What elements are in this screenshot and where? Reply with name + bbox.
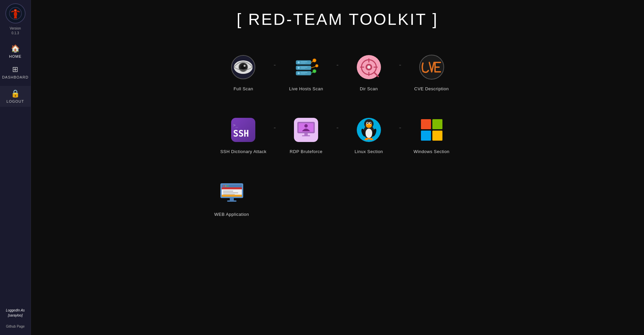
svg-rect-76 (222, 187, 242, 189)
sidebar: Version 0.1.3 🏠 HOME ⊞ Dashboard 🔒 LOGOU… (0, 0, 31, 335)
logged-in-section: LoggedIn As [sarayloo] (4, 304, 27, 321)
web-app-icon-wrapper (217, 178, 247, 208)
linux-icon-wrapper (354, 115, 384, 145)
sep-2: - (333, 61, 342, 69)
svg-point-24 (315, 64, 318, 67)
live-hosts-scan-icon-wrapper (291, 52, 321, 82)
svg-point-49 (304, 124, 308, 128)
svg-rect-78 (223, 191, 233, 192)
full-scan-icon (230, 54, 257, 81)
svg-point-25 (313, 69, 316, 73)
sep-4: - (270, 124, 279, 132)
dir-scan-icon (355, 54, 382, 81)
svg-text:>_: >_ (233, 123, 238, 128)
page-title: [ RED-TEAM TOOLKIT ] (237, 10, 438, 29)
home-label: HOME (9, 54, 22, 58)
ssh-icon-wrapper: >_ SSH (228, 115, 258, 145)
dashboard-icon: ⊞ (12, 65, 18, 74)
full-scan-icon-wrapper (228, 52, 258, 82)
svg-point-54 (366, 129, 372, 138)
live-hosts-scan-label: Live Hosts Scan (289, 86, 323, 91)
svg-rect-67 (432, 119, 442, 129)
version-text: Version 0.1.3 (10, 26, 21, 36)
windows-section-label: Windows Section (414, 149, 449, 154)
tools-grid: Full Scan - (186, 49, 489, 220)
tool-full-scan[interactable]: Full Scan (216, 49, 270, 95)
main-content: [ RED-TEAM TOOLKIT ] (31, 0, 644, 335)
tools-row-1: Full Scan - (186, 49, 489, 95)
dir-scan-icon-wrapper (354, 52, 384, 82)
logged-in-as-label: LoggedIn As (6, 308, 25, 312)
tool-web-application[interactable]: WEB Application (205, 174, 259, 220)
svg-point-60 (370, 123, 371, 124)
cve-description-icon (418, 54, 445, 81)
web-app-icon (218, 179, 245, 206)
tool-live-hosts-scan[interactable]: Live Hosts Scan (279, 49, 333, 95)
svg-point-10 (244, 65, 246, 67)
rdp-icon-wrapper (291, 115, 321, 145)
logo-icon (9, 7, 22, 20)
svg-rect-79 (223, 192, 238, 193)
svg-point-20 (298, 61, 300, 63)
home-icon: 🏠 (11, 44, 20, 53)
svg-rect-72 (222, 185, 242, 187)
username-label: [sarayloo] (8, 314, 23, 317)
nav-dashboard[interactable]: ⊞ Dashboard (0, 62, 31, 83)
tools-row-3: WEB Application (186, 174, 489, 220)
svg-point-38 (367, 65, 371, 69)
cve-description-icon-wrapper (417, 52, 447, 82)
sep-5: - (333, 124, 342, 132)
svg-rect-50 (304, 133, 308, 135)
svg-rect-66 (421, 119, 431, 129)
ssh-icon: >_ SSH (230, 116, 257, 143)
svg-rect-17 (301, 67, 307, 67)
web-application-label: WEB Application (214, 212, 249, 217)
tool-rdp-bruteforce[interactable]: RDP Bruteforce (279, 111, 333, 157)
full-scan-label: Full Scan (233, 86, 253, 91)
svg-rect-69 (432, 131, 442, 141)
rdp-icon (293, 116, 319, 143)
linux-icon (355, 116, 382, 143)
tool-cve-description[interactable]: CVE Description (405, 49, 459, 95)
svg-line-27 (311, 66, 316, 68)
svg-rect-13 (301, 72, 307, 73)
rdp-bruteforce-label: RDP Bruteforce (290, 149, 323, 154)
svg-rect-22 (301, 63, 305, 63)
svg-rect-81 (230, 198, 234, 200)
github-label: Github Page (6, 325, 25, 328)
svg-rect-51 (302, 135, 310, 136)
logo (5, 3, 26, 23)
svg-point-73 (223, 185, 224, 187)
svg-text:SSH: SSH (233, 129, 249, 139)
github-link[interactable]: Github Page (6, 321, 25, 332)
windows-icon (418, 116, 445, 143)
tools-row-2: >_ SSH SSH Dictionary Attack - (186, 111, 489, 157)
tool-linux-section[interactable]: Linux Section (342, 111, 396, 157)
svg-point-74 (225, 185, 226, 187)
sep-6: - (396, 124, 405, 132)
dashboard-label: Dashboard (2, 75, 29, 79)
svg-rect-83 (222, 195, 242, 197)
nav-home[interactable]: 🏠 HOME (0, 41, 31, 62)
windows-icon-wrapper (417, 115, 447, 145)
svg-rect-14 (301, 74, 305, 74)
svg-rect-82 (227, 200, 237, 202)
logout-label: LOGOUT (6, 99, 24, 103)
sep-1: - (270, 61, 279, 69)
svg-rect-21 (301, 61, 307, 62)
svg-point-4 (14, 10, 15, 11)
nav-logout[interactable]: 🔒 LOGOUT (0, 86, 31, 107)
linux-section-label: Linux Section (355, 149, 383, 154)
live-hosts-scan-icon (293, 54, 319, 81)
tool-ssh-dictionary-attack[interactable]: >_ SSH SSH Dictionary Attack (216, 111, 270, 157)
dir-scan-label: Dir Scan (360, 86, 378, 91)
tool-windows-section[interactable]: Windows Section (405, 111, 459, 157)
ssh-dictionary-attack-label: SSH Dictionary Attack (220, 149, 267, 154)
svg-point-59 (367, 123, 368, 124)
svg-point-1 (14, 11, 17, 17)
cve-description-label: CVE Description (414, 86, 449, 91)
svg-point-75 (227, 185, 228, 187)
svg-rect-18 (301, 68, 305, 69)
svg-point-23 (313, 59, 316, 62)
tool-dir-scan[interactable]: Dir Scan (342, 49, 396, 95)
